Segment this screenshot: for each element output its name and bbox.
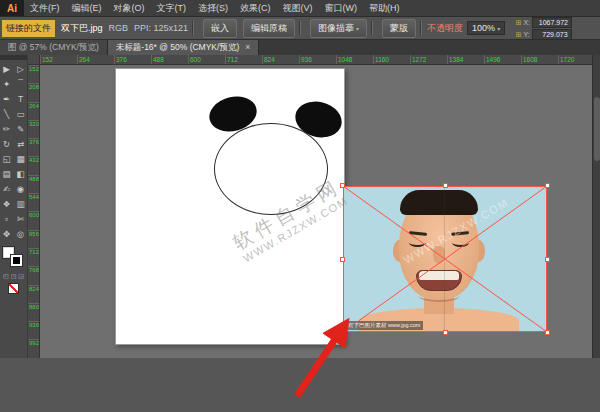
- opacity-label: 不透明度: [427, 22, 463, 35]
- tool-icon[interactable]: ✥: [0, 226, 14, 241]
- ruler-number: 936: [299, 55, 336, 64]
- panda-face-circle-shape[interactable]: [214, 123, 328, 215]
- selection-handle[interactable]: [443, 330, 448, 335]
- menu-item[interactable]: 窗口(W): [319, 0, 364, 16]
- tool-icon[interactable]: ✏: [0, 121, 14, 136]
- menu-items: 文件(F)编辑(E)对象(O)文字(T)选择(S)效果(C)视图(V)窗口(W)…: [24, 0, 406, 16]
- selection-handle[interactable]: [340, 330, 345, 335]
- tool-icon[interactable]: ▫: [0, 211, 14, 226]
- ruler-number: 824: [28, 285, 39, 303]
- tool-icon[interactable]: ▤: [0, 166, 14, 181]
- selection-handle[interactable]: [340, 183, 345, 188]
- none-color-button[interactable]: [8, 283, 19, 294]
- selection-handle[interactable]: [545, 257, 550, 262]
- illustrator-window: Ai 文件(F)编辑(E)对象(O)文字(T)选择(S)效果(C)视图(V)窗口…: [0, 0, 600, 412]
- tool-icon[interactable]: ◉: [14, 181, 28, 196]
- vertical-ruler[interactable]: 1522082643203764324885446006567127688248…: [28, 65, 40, 358]
- tool-icon[interactable]: ◱: [0, 151, 14, 166]
- tool-icon[interactable]: ▭: [14, 106, 28, 121]
- ruler-number: 992: [28, 339, 39, 357]
- tool-icon[interactable]: ▦: [14, 151, 28, 166]
- selection-handle[interactable]: [545, 330, 550, 335]
- ruler-number: 376: [114, 55, 151, 64]
- tool-icon[interactable]: ⇄: [14, 136, 28, 151]
- y-label: Y:: [523, 30, 529, 39]
- selection-handle[interactable]: [443, 183, 448, 188]
- man-double-chin-line: [419, 290, 459, 302]
- ruler-number: 320: [28, 120, 39, 138]
- document-tab-inactive[interactable]: 图 @ 57% (CMYK/预览): [0, 40, 108, 55]
- ruler-number: 1608: [521, 55, 558, 64]
- document-tab-bar: 图 @ 57% (CMYK/预览) 未标题-16* @ 50% (CMYK/预览…: [0, 40, 600, 55]
- tab-close-icon[interactable]: ×: [245, 42, 250, 52]
- ruler-number: 544: [28, 193, 39, 211]
- selection-handle[interactable]: [340, 257, 345, 262]
- control-bar: 链接的文件 双下巴.jpg RGB PPI: 125x121 嵌入 编辑原稿 图…: [0, 17, 600, 40]
- ruler-number: 208: [28, 83, 39, 101]
- menu-item[interactable]: 文件(F): [24, 0, 66, 16]
- image-trace-label: 图像描摹: [318, 23, 354, 33]
- tool-icon[interactable]: ✄: [14, 211, 28, 226]
- menu-item[interactable]: 文字(T): [151, 0, 193, 16]
- image-trace-button[interactable]: 图像描摹▾: [310, 19, 367, 38]
- draw-mode-icon[interactable]: ◲: [18, 272, 24, 279]
- tool-icon[interactable]: ▷: [14, 61, 28, 76]
- x-field[interactable]: 1067.972: [532, 17, 572, 28]
- color-mode-label: RGB: [109, 23, 129, 33]
- document-tab-active[interactable]: 未标题-16* @ 50% (CMYK/预览)×: [108, 40, 259, 55]
- embed-button[interactable]: 嵌入: [203, 19, 237, 38]
- canvas-viewport[interactable]: 双下巴图片素材 www.jpg.com 软件自学网 WWW.RJZXW.COM …: [40, 65, 592, 358]
- tool-icon[interactable]: ▥: [14, 196, 28, 211]
- y-field[interactable]: 729.073: [532, 29, 572, 40]
- mask-button[interactable]: 蒙版: [382, 19, 416, 38]
- man-left-eye: [409, 238, 426, 247]
- placed-linked-image[interactable]: 双下巴图片素材 www.jpg.com: [343, 186, 547, 332]
- tool-icon[interactable]: ❖: [0, 196, 14, 211]
- tool-icon[interactable]: T: [14, 91, 28, 106]
- panel-grip[interactable]: [0, 55, 27, 60]
- ruler-number: 488: [28, 175, 39, 193]
- divider: [192, 21, 193, 35]
- tool-icon[interactable]: ✦: [0, 76, 14, 91]
- menu-item[interactable]: 效果(C): [234, 0, 277, 16]
- menu-item[interactable]: 编辑(E): [66, 0, 108, 16]
- tool-icon[interactable]: ↻: [0, 136, 14, 151]
- stroke-color-swatch[interactable]: [11, 255, 22, 266]
- vertical-scrollbar[interactable]: [592, 55, 600, 358]
- ruler-number: 264: [77, 55, 114, 64]
- selection-handle[interactable]: [545, 183, 550, 188]
- linked-file-name: 双下巴.jpg: [61, 22, 103, 35]
- app-logo-icon: Ai: [0, 0, 24, 16]
- opacity-value: 100%: [472, 23, 495, 33]
- opacity-value-dropdown[interactable]: 100%▾: [467, 21, 505, 35]
- man-hair: [400, 190, 478, 215]
- ruler-number: 712: [28, 248, 39, 266]
- ruler-number: 376: [28, 138, 39, 156]
- ruler-origin-corner[interactable]: [28, 55, 40, 65]
- tool-icon[interactable]: ◧: [14, 166, 28, 181]
- x-label: X:: [523, 18, 530, 27]
- horizontal-ruler[interactable]: 1522643764886007128249361048116012721384…: [40, 55, 592, 65]
- man-right-eye: [452, 238, 469, 247]
- tool-icon[interactable]: ✎: [14, 121, 28, 136]
- ruler-number: 1720: [558, 55, 592, 64]
- menu-item[interactable]: 选择(S): [192, 0, 234, 16]
- tool-icon[interactable]: ▶: [0, 61, 14, 76]
- ruler-number: 824: [262, 55, 299, 64]
- selection-type-label: 链接的文件: [2, 20, 55, 37]
- menu-item[interactable]: 对象(O): [108, 0, 151, 16]
- menu-item[interactable]: 视图(V): [277, 0, 319, 16]
- tool-icon[interactable]: ✍: [0, 181, 14, 196]
- scrollbar-thumb[interactable]: [594, 97, 600, 161]
- draw-mode-icon[interactable]: ◳: [11, 272, 17, 279]
- tool-icon[interactable]: ✒: [0, 91, 14, 106]
- man-mouth: [416, 270, 462, 291]
- tool-icon[interactable]: ◎: [14, 226, 28, 241]
- tool-icon[interactable]: ⌒: [14, 76, 28, 91]
- tool-icon[interactable]: ╲: [0, 106, 14, 121]
- ruler-number: 488: [151, 55, 188, 64]
- x-reference-icon: ⊞: [516, 18, 522, 27]
- menu-item[interactable]: 帮助(H): [363, 0, 406, 16]
- draw-mode-icon[interactable]: ◰: [3, 272, 9, 279]
- edit-original-button[interactable]: 编辑原稿: [243, 19, 295, 38]
